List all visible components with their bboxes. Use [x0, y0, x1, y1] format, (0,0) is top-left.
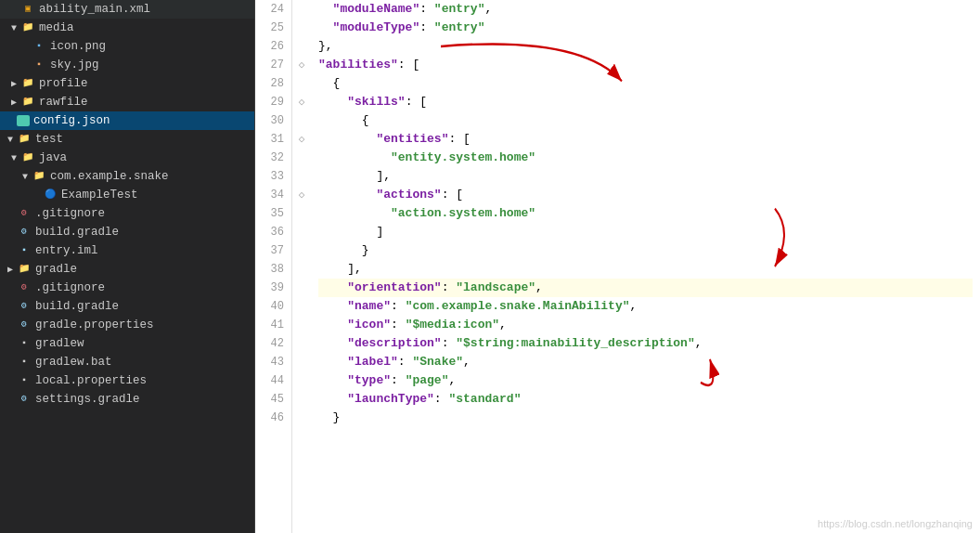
code-line-37: }: [318, 241, 973, 260]
folder-icon: 📁: [17, 262, 32, 277]
sidebar-item-label: rawfile: [39, 96, 254, 109]
sidebar-item-settings-gradle[interactable]: ⚙ settings.gradle: [0, 390, 254, 409]
sidebar-item-label: java: [39, 151, 254, 164]
folder-icon: 📁: [20, 20, 35, 35]
arrow-icon: [4, 135, 17, 145]
xml-icon: ▣: [20, 2, 35, 17]
file-tree: ▣ ability_main.xml 📁 media ▪ icon.png ▪ …: [0, 0, 255, 533]
sidebar-item-icon_png[interactable]: ▪ icon.png: [0, 37, 254, 56]
sidebar-item-config_json[interactable]: config.json: [0, 111, 254, 130]
code-lines: "moduleName": "entry", "moduleType": "en…: [311, 0, 980, 533]
sidebar-item-label: .gitignore: [35, 281, 254, 294]
code-line-27: "abilities": [: [318, 56, 973, 74]
code-line-43: "label": "Snake",: [318, 353, 973, 371]
folder-icon: 📁: [20, 150, 35, 165]
code-line-28: {: [318, 74, 973, 93]
code-editor: 2425262728 2930313233 3435363738 3940414…: [255, 0, 980, 533]
png-icon: ▪: [32, 39, 46, 54]
sidebar-item-build-gradle2[interactable]: ⚙ build.gradle: [0, 297, 254, 316]
folder-icon: 📁: [17, 132, 32, 147]
sidebar-item-label: com.example.snake: [50, 170, 254, 183]
sidebar-item-gitignore2[interactable]: ⚙ .gitignore: [0, 279, 254, 297]
sidebar-item-sky_jpg[interactable]: ▪ sky.jpg: [0, 56, 254, 74]
arrow-icon: [7, 97, 20, 108]
sidebar-item-gradle[interactable]: 📁 gradle: [0, 260, 254, 279]
sidebar-item-label: settings.gradle: [35, 393, 254, 406]
sidebar-item-entry-iml[interactable]: ▪ entry.iml: [0, 241, 254, 260]
arrow-icon: [7, 23, 20, 33]
sidebar-item-build-gradle-root[interactable]: ⚙ build.gradle: [0, 223, 254, 241]
gitignore-icon: ⚙: [17, 280, 32, 295]
sidebar-item-label: build.gradle: [35, 300, 254, 313]
sidebar-item-rawfile[interactable]: 📁 rawfile: [0, 93, 254, 111]
sidebar-item-gradle-properties[interactable]: ⚙ gradle.properties: [0, 316, 254, 334]
sidebar-item-label: build.gradle: [35, 226, 254, 239]
code-line-32: "entity.system.home": [318, 149, 973, 167]
iml-icon: ▪: [17, 243, 32, 258]
sidebar-item-local-properties[interactable]: ▪ local.properties: [0, 371, 254, 390]
gradle-icon: ⚙: [17, 225, 32, 240]
code-line-30: {: [318, 111, 973, 130]
sidebar-item-media[interactable]: 📁 media: [0, 19, 254, 37]
sidebar-item-java[interactable]: 📁 java: [0, 149, 254, 167]
folder-icon: 📁: [20, 76, 35, 91]
sidebar-item-gradlew-bat[interactable]: ▪ gradlew.bat: [0, 353, 254, 371]
sidebar-item-label: ExampleTest: [61, 188, 254, 202]
gutter: ◇ ◇ ◇ ◇: [292, 0, 311, 533]
sidebar-item-ability_main_xml[interactable]: ▣ ability_main.xml: [0, 0, 254, 19]
jpg-icon: ▪: [32, 58, 46, 72]
code-line-36: ]: [318, 223, 973, 241]
arrow-icon: [19, 172, 32, 182]
sidebar-item-label: icon.png: [50, 40, 254, 53]
sidebar-item-label: gradle: [35, 263, 254, 276]
code-line-29: "skills": [: [318, 93, 973, 111]
file-icon: ▪: [17, 336, 32, 351]
gradle-icon: ⚙: [17, 318, 32, 332]
gradle-icon: ⚙: [17, 392, 32, 407]
code-line-31: "entities": [: [318, 130, 973, 149]
sidebar-item-label: profile: [39, 77, 254, 90]
code-line-25: "moduleType": "entry": [318, 19, 973, 37]
file-icon: ▪: [17, 355, 32, 370]
code-line-46: }: [318, 409, 973, 427]
sidebar-item-label: sky.jpg: [50, 58, 254, 72]
sidebar-item-gitignore[interactable]: ⚙ .gitignore: [0, 204, 254, 223]
sidebar-item-label: gradle.properties: [35, 318, 254, 332]
arrow-icon: [4, 264, 17, 275]
sidebar-item-label: .gitignore: [35, 207, 254, 220]
code-content-area[interactable]: 2425262728 2930313233 3435363738 3940414…: [255, 0, 980, 533]
sidebar-item-label: entry.iml: [35, 244, 254, 257]
code-line-40: "name": "com.example.snake.MainAbility",: [318, 297, 973, 316]
sidebar-item-test[interactable]: 📁 test: [0, 130, 254, 149]
sidebar-item-label: test: [35, 133, 254, 146]
code-line-35: "action.system.home": [318, 204, 973, 223]
code-line-39: "orientation": "landscape",: [318, 279, 973, 297]
code-line-41: "icon": "$media:icon",: [318, 316, 973, 334]
code-line-26: },: [318, 37, 973, 56]
code-line-38: ],: [318, 260, 973, 279]
code-line-44: "type": "page",: [318, 371, 973, 390]
code-line-42: "description": "$string:mainability_desc…: [318, 334, 973, 353]
sidebar-item-label: config.json: [33, 114, 254, 127]
sidebar-item-gradlew[interactable]: ▪ gradlew: [0, 334, 254, 353]
gradle-icon: ⚙: [17, 299, 32, 314]
sidebar-item-example-test[interactable]: 🔵 ExampleTest: [0, 186, 254, 204]
folder-icon: 📁: [32, 169, 46, 184]
java-icon: 🔵: [43, 188, 58, 202]
code-line-24: "moduleName": "entry",: [318, 0, 973, 19]
sidebar-item-label: gradlew: [35, 337, 254, 350]
sidebar-item-label: ability_main.xml: [39, 3, 254, 16]
sidebar-item-label: gradlew.bat: [35, 356, 254, 369]
file-icon: ▪: [17, 373, 32, 388]
arrow-icon: [7, 153, 20, 163]
sidebar-item-profile[interactable]: 📁 profile: [0, 74, 254, 93]
sidebar-item-label: local.properties: [35, 374, 254, 387]
code-line-33: ],: [318, 167, 973, 186]
sidebar-item-label: media: [39, 21, 254, 34]
json-icon: [17, 115, 30, 126]
gitignore-icon: ⚙: [17, 206, 32, 221]
line-numbers: 2425262728 2930313233 3435363738 3940414…: [255, 0, 292, 533]
arrow-icon: [7, 78, 20, 89]
sidebar-item-com-example-snake[interactable]: 📁 com.example.snake: [0, 167, 254, 186]
code-line-34: "actions": [: [318, 186, 973, 204]
